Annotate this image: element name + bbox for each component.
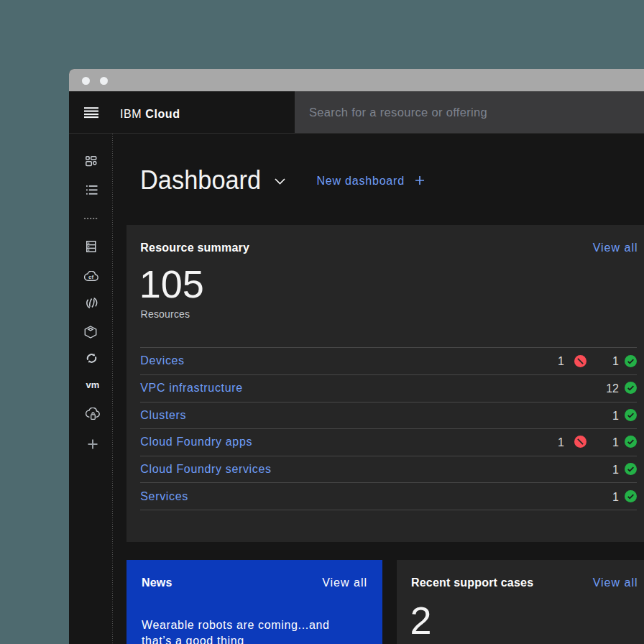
svg-text:cf: cf xyxy=(88,274,93,280)
